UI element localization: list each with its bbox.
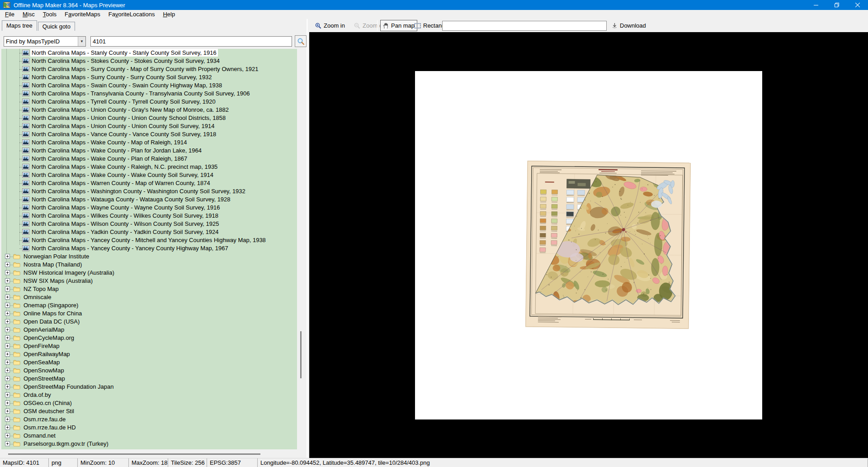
expand-icon[interactable] (5, 392, 10, 397)
tree-item[interactable]: North Carolina Maps - Wayne County - Way… (1, 204, 297, 212)
tree-folder[interactable]: OpenRailwayMap (1, 350, 297, 358)
expand-icon[interactable] (5, 425, 10, 430)
close-button[interactable] (847, 0, 868, 10)
expand-icon[interactable] (5, 295, 10, 300)
search-input[interactable] (90, 36, 292, 47)
tree-folder[interactable]: Osm.rrze.fau.de (1, 415, 297, 424)
menu-favoritelocations[interactable]: FavoriteLocations (104, 10, 159, 19)
tree-item[interactable]: North Carolina Maps - Union County - Uni… (1, 114, 297, 122)
tree-folder[interactable]: Parselsorgu.tkgm.gov.tr (Turkey) (1, 440, 297, 448)
tree-folder[interactable]: Nostra Map (Thailand) (1, 261, 297, 269)
map-image-icon (22, 196, 29, 202)
folder-icon (13, 310, 20, 316)
tree-folder[interactable]: NZ Topo Map (1, 285, 297, 293)
tree-item[interactable]: North Carolina Maps - Wake County - Wake… (1, 171, 297, 179)
tree-item[interactable]: North Carolina Maps - Stokes County - St… (1, 57, 297, 65)
tree-item[interactable]: North Carolina Maps - Wake County - Map … (1, 138, 297, 147)
expand-icon[interactable] (5, 376, 10, 381)
tree-item[interactable]: North Carolina Maps - Wake County - Rale… (1, 163, 297, 171)
expand-icon[interactable] (5, 384, 10, 389)
expand-icon[interactable] (5, 327, 10, 332)
tree-item[interactable]: North Carolina Maps - Wake County - Plan… (1, 147, 297, 155)
tree-folder[interactable]: OpenFireMap (1, 342, 297, 350)
tree-folder[interactable]: OpenAerialMap (1, 326, 297, 334)
tree-item[interactable]: North Carolina Maps - Yadkin County - Ya… (1, 228, 297, 236)
expand-icon[interactable] (5, 286, 10, 291)
tree-item[interactable]: North Carolina Maps - Union County - Uni… (1, 122, 297, 130)
tree-folder[interactable]: Orda.of.by (1, 391, 297, 399)
tree-folder[interactable]: Osmand.net (1, 432, 297, 440)
menu-help[interactable]: Help (159, 10, 179, 19)
restore-button[interactable] (826, 0, 847, 10)
expand-icon[interactable] (5, 441, 10, 446)
tree-vertical-scrollbar[interactable] (300, 331, 302, 378)
tree-item[interactable]: North Carolina Maps - Tyrrell County - T… (1, 98, 297, 106)
tree-item[interactable]: North Carolina Maps - Transylvania Count… (1, 90, 297, 98)
tree-folder[interactable]: OSM deutscher Stil (1, 407, 297, 415)
expand-icon[interactable] (5, 311, 10, 316)
expand-icon[interactable] (5, 409, 10, 414)
tree-folder[interactable]: NSW SIX Maps (Australia) (1, 277, 297, 285)
tree-folder[interactable]: OpenSeaMap (1, 358, 297, 367)
tree-item[interactable]: North Carolina Maps - Union County - Gra… (1, 106, 297, 114)
menu-file[interactable]: File (1, 10, 19, 19)
expand-icon[interactable] (5, 417, 10, 422)
tree-item[interactable]: North Carolina Maps - Washington County … (1, 187, 297, 195)
menu-favoritemaps[interactable]: FavoriteMaps (61, 10, 104, 19)
expand-icon[interactable] (5, 319, 10, 324)
menu-misc[interactable]: Misc (19, 10, 39, 19)
expand-icon[interactable] (5, 270, 10, 275)
tree-folder[interactable]: OpenCycleMap.org (1, 334, 297, 342)
expand-icon[interactable] (5, 278, 10, 283)
tree-folder[interactable]: Norwegian Polar Institute (1, 253, 297, 261)
tree-item[interactable]: North Carolina Maps - Watauga County - W… (1, 195, 297, 204)
coordinates-input[interactable] (442, 21, 607, 31)
expand-icon[interactable] (5, 254, 10, 259)
tree-folder[interactable]: OpenStreetMap Foundation Japan (1, 383, 297, 391)
tree-connector (10, 371, 13, 371)
tree-item[interactable]: North Carolina Maps - Stanly County - St… (1, 49, 297, 57)
tree-folder[interactable]: Onemap (Singapore) (1, 301, 297, 310)
tree-horizontal-scrollbar[interactable] (0, 450, 307, 458)
tree-connector (10, 403, 13, 404)
expand-icon[interactable] (5, 360, 10, 365)
expand-icon[interactable] (5, 400, 10, 405)
minimize-button[interactable] (806, 0, 826, 10)
tree-item[interactable]: North Carolina Maps - Surry County - Map… (1, 65, 297, 73)
tree-item[interactable]: North Carolina Maps - Warren County - Ma… (1, 179, 297, 187)
tree-item[interactable]: North Carolina Maps - Surry County - Sur… (1, 73, 297, 81)
expand-icon[interactable] (5, 262, 10, 267)
menu-tools[interactable]: Tools (39, 10, 61, 19)
tree-item[interactable]: North Carolina Maps - Wilson County - Wi… (1, 220, 297, 228)
tab-quick-goto[interactable]: Quick goto (38, 22, 75, 31)
tree-folder[interactable]: Omniscale (1, 293, 297, 301)
tree-item[interactable]: North Carolina Maps - Swain County - Swa… (1, 81, 297, 90)
map-canvas[interactable] (309, 32, 868, 458)
tree-item[interactable]: North Carolina Maps - Wilkes County - Wi… (1, 212, 297, 220)
expand-icon[interactable] (5, 335, 10, 340)
find-by-dropdown[interactable]: Find by MapsTypeID ▼ (4, 36, 86, 47)
tree-item[interactable]: North Carolina Maps - Yancey County - Mi… (1, 236, 297, 244)
expand-icon[interactable] (5, 343, 10, 348)
expand-icon[interactable] (5, 352, 10, 357)
zoom-in-button[interactable]: Zoom in (313, 20, 347, 31)
panel-splitter[interactable] (307, 19, 308, 458)
tree-folder[interactable]: Online Maps for China (1, 310, 297, 318)
tree-folder[interactable]: OpenStreetMap (1, 375, 297, 383)
horizontal-scroll-thumb[interactable] (8, 453, 260, 455)
tree-folder[interactable]: Osm.rrze.fau.de HD (1, 424, 297, 432)
expand-icon[interactable] (5, 368, 10, 373)
expand-icon[interactable] (5, 303, 10, 308)
tree-folder[interactable]: OpenSnowMap (1, 367, 297, 375)
tree-item[interactable]: North Carolina Maps - Yancey County - Ya… (1, 244, 297, 253)
expand-icon[interactable] (5, 433, 10, 438)
tree-folder[interactable]: NSW Historical Imagery (Australia) (1, 269, 297, 277)
search-button[interactable] (295, 35, 307, 47)
tree-folder-label: Nostra Map (Thailand) (22, 261, 83, 268)
tree-folder[interactable]: OSGeo.cn (China) (1, 399, 297, 407)
download-button[interactable]: Download (609, 20, 648, 31)
tab-maps-tree[interactable]: Maps tree (2, 20, 37, 31)
tree-item[interactable]: North Carolina Maps - Wake County - Plan… (1, 155, 297, 163)
tree-folder[interactable]: Open Data DC (USA) (1, 318, 297, 326)
tree-item[interactable]: North Carolina Maps - Vance County - Van… (1, 130, 297, 138)
